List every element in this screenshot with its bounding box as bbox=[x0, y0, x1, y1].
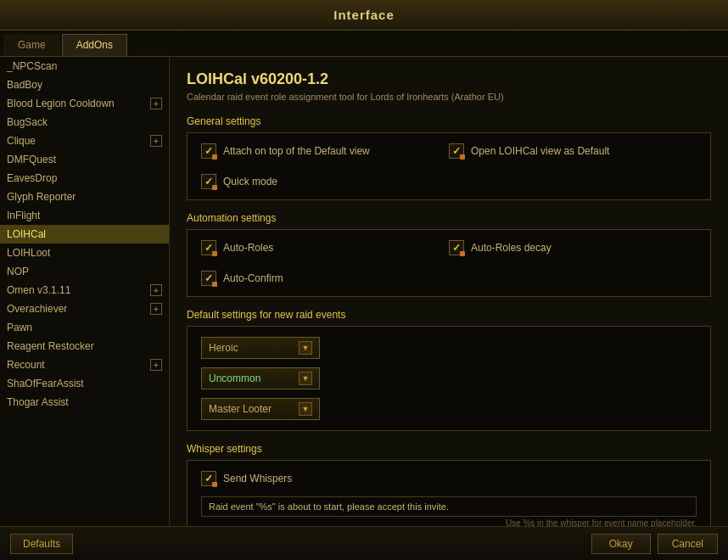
general-section-box: Attach on top of the Default view Open L… bbox=[187, 132, 711, 200]
quickmode-label: Quick mode bbox=[223, 176, 277, 188]
lootquality-arrow: ▼ bbox=[299, 372, 312, 385]
sidebar-plus-clique[interactable]: + bbox=[150, 135, 162, 147]
defaults-section-label: Default settings for new raid events bbox=[187, 309, 711, 321]
sidebar: _NPCScanBadBoyBlood Legion Cooldown+BugS… bbox=[0, 57, 170, 526]
sidebar-item-bloodlegion[interactable]: Blood Legion Cooldown+ bbox=[0, 94, 169, 113]
attach-checkbox[interactable] bbox=[201, 143, 216, 159]
defaults-section-box: Heroic ▼ Uncommon ▼ Master Looter ▼ bbox=[187, 326, 711, 431]
tab-bar: Game AddOns bbox=[0, 31, 728, 57]
opendefault-label: Open LOIHCal view as Default bbox=[471, 145, 609, 157]
okay-button[interactable]: Okay bbox=[591, 534, 651, 554]
automation-section-box: Auto-Roles Auto-Roles decay Auto-Confirm bbox=[187, 229, 711, 297]
automation-options-grid: Auto-Roles Auto-Roles decay Auto-Confirm bbox=[201, 240, 697, 286]
main-area: _NPCScanBadBoyBlood Legion Cooldown+BugS… bbox=[0, 57, 728, 526]
window-title: Interface bbox=[333, 8, 395, 22]
sidebar-item-clique[interactable]: Clique+ bbox=[0, 132, 169, 150]
lootquality-dropdown[interactable]: Uncommon ▼ bbox=[201, 367, 320, 389]
option-autoroles[interactable]: Auto-Roles bbox=[201, 240, 449, 255]
main-window: Interface Game AddOns _NPCScanBadBoyBloo… bbox=[0, 0, 728, 560]
quickmode-checkbox[interactable] bbox=[201, 174, 216, 189]
sidebar-item-label-shaofffear: ShaOfFearAssist bbox=[7, 378, 84, 389]
lootmethod-dropdown[interactable]: Master Looter ▼ bbox=[201, 398, 320, 420]
sidebar-item-nop[interactable]: NOP bbox=[0, 262, 169, 281]
autoroles-checkbox[interactable] bbox=[201, 240, 216, 255]
whisper-hint: Use %s in the whisper for event name pla… bbox=[201, 518, 697, 526]
autoroles-label: Auto-Roles bbox=[223, 242, 273, 254]
option-autorolesdecay[interactable]: Auto-Roles decay bbox=[449, 240, 697, 255]
option-sendwhispers[interactable]: Send Whispers bbox=[201, 471, 697, 486]
addon-desc: Calendar raid event role assignment tool… bbox=[187, 92, 711, 102]
sidebar-item-label-eavesdrop: EavesDrop bbox=[7, 172, 57, 184]
difficulty-dropdown[interactable]: Heroic ▼ bbox=[201, 337, 320, 359]
sidebar-item-label-nop: NOP bbox=[7, 266, 29, 277]
lootquality-label: Uncommon bbox=[209, 372, 260, 384]
sidebar-item-reagent[interactable]: Reagent Restocker bbox=[0, 337, 169, 356]
sidebar-item-label-dmfquest: DMFQuest bbox=[7, 154, 56, 165]
tab-game[interactable]: Game bbox=[3, 34, 60, 56]
autorolesdecay-checkbox[interactable] bbox=[449, 240, 464, 255]
sidebar-item-label-pawn: Pawn bbox=[7, 322, 32, 333]
sidebar-item-label-glyphreporter: Glyph Reporter bbox=[7, 191, 76, 203]
option-autoconfirm[interactable]: Auto-Confirm bbox=[201, 271, 449, 286]
sidebar-item-label-badboy: BadBoy bbox=[7, 79, 42, 91]
autoconfirm-checkbox[interactable] bbox=[201, 271, 216, 286]
sidebar-item-label-loihloot: LOIHLoot bbox=[7, 247, 50, 259]
sidebar-item-eavesdrop[interactable]: EavesDrop bbox=[0, 169, 169, 188]
sidebar-item-glyphreporter[interactable]: Glyph Reporter bbox=[0, 188, 169, 206]
sidebar-item-label-recount: Recount bbox=[7, 359, 45, 371]
sidebar-item-omen[interactable]: Omen v3.1.11+ bbox=[0, 281, 169, 300]
option-attach[interactable]: Attach on top of the Default view bbox=[201, 143, 449, 159]
bottom-bar: Defaults Okay Cancel bbox=[0, 526, 728, 560]
sidebar-item-label-_npcscan: _NPCScan bbox=[7, 60, 57, 72]
dropdowns-col: Heroic ▼ Uncommon ▼ Master Looter ▼ bbox=[201, 337, 697, 420]
sidebar-item-label-thogar: Thogar Assist bbox=[7, 396, 69, 408]
title-bar: Interface bbox=[0, 0, 728, 31]
sidebar-item-badboy[interactable]: BadBoy bbox=[0, 76, 169, 94]
sidebar-item-_npcscan[interactable]: _NPCScan bbox=[0, 57, 169, 76]
sidebar-item-label-clique: Clique bbox=[7, 135, 36, 147]
tab-addons[interactable]: AddOns bbox=[62, 34, 127, 56]
general-section-label: General settings bbox=[187, 115, 711, 127]
option-quickmode[interactable]: Quick mode bbox=[201, 174, 449, 189]
sidebar-item-overachiever[interactable]: Overachiever+ bbox=[0, 300, 169, 318]
lootmethod-arrow: ▼ bbox=[299, 402, 312, 416]
content-panel: LOIHCal v60200-1.2 Calendar raid event r… bbox=[170, 57, 728, 526]
sidebar-item-pawn[interactable]: Pawn bbox=[0, 318, 169, 337]
sendwhispers-checkbox[interactable] bbox=[201, 471, 216, 486]
sidebar-item-loihloot[interactable]: LOIHLoot bbox=[0, 244, 169, 262]
option-opendefault[interactable]: Open LOIHCal view as Default bbox=[449, 143, 697, 159]
whisper-text-input[interactable] bbox=[201, 496, 697, 517]
difficulty-arrow: ▼ bbox=[299, 341, 312, 355]
sidebar-item-shaofffear[interactable]: ShaOfFearAssist bbox=[0, 374, 169, 393]
autoconfirm-label: Auto-Confirm bbox=[223, 272, 283, 284]
sidebar-item-bugsack[interactable]: BugSack bbox=[0, 113, 169, 132]
opendefault-checkbox[interactable] bbox=[449, 143, 464, 159]
addon-title: LOIHCal v60200-1.2 bbox=[187, 70, 711, 88]
whisper-section-box: Send Whispers Use %s in the whisper for … bbox=[187, 460, 711, 526]
lootmethod-label: Master Looter bbox=[209, 403, 272, 415]
sidebar-item-label-inflight: InFlight bbox=[7, 210, 40, 221]
sidebar-plus-bloodlegion[interactable]: + bbox=[150, 98, 162, 109]
sidebar-item-label-reagent: Reagent Restocker bbox=[7, 340, 94, 352]
cancel-button[interactable]: Cancel bbox=[658, 534, 718, 554]
sidebar-item-loihcal[interactable]: LOIHCal bbox=[0, 225, 169, 244]
sidebar-item-thogar[interactable]: Thogar Assist bbox=[0, 393, 169, 412]
sidebar-item-label-omen: Omen v3.1.11 bbox=[7, 284, 70, 296]
sidebar-item-dmfquest[interactable]: DMFQuest bbox=[0, 150, 169, 169]
whisper-section-label: Whisper settings bbox=[187, 443, 711, 455]
defaults-button[interactable]: Defaults bbox=[10, 534, 73, 554]
sidebar-plus-overachiever[interactable]: + bbox=[150, 303, 162, 315]
bottom-right-buttons: Okay Cancel bbox=[591, 534, 718, 554]
sidebar-item-inflight[interactable]: InFlight bbox=[0, 206, 169, 225]
sidebar-item-label-bugsack: BugSack bbox=[7, 116, 48, 128]
sidebar-plus-omen[interactable]: + bbox=[150, 284, 162, 296]
sidebar-plus-recount[interactable]: + bbox=[150, 359, 162, 371]
autorolesdecay-label: Auto-Roles decay bbox=[471, 242, 552, 254]
sendwhispers-label: Send Whispers bbox=[223, 473, 292, 484]
attach-label: Attach on top of the Default view bbox=[223, 145, 370, 157]
general-options-grid: Attach on top of the Default view Open L… bbox=[201, 143, 697, 189]
sidebar-item-label-loihcal: LOIHCal bbox=[7, 228, 46, 240]
sidebar-item-label-bloodlegion: Blood Legion Cooldown bbox=[7, 98, 115, 109]
difficulty-label: Heroic bbox=[209, 342, 238, 354]
sidebar-item-recount[interactable]: Recount+ bbox=[0, 356, 169, 374]
